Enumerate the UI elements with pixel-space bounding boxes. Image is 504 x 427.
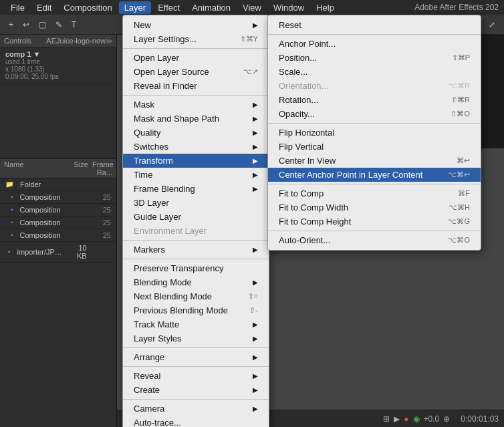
- table-row[interactable]: ▪ importer/JPEG 10 KB: [0, 242, 116, 263]
- menu-guide-layer-label: Guide Layer: [134, 212, 258, 222]
- menu-prev-blending-mode[interactable]: Previous Blending Mode ⇧-: [123, 303, 269, 317]
- comp-icon-4: ▪: [11, 231, 13, 239]
- table-row[interactable]: ▪ Composition 25: [0, 229, 116, 242]
- menu-open-layer-source[interactable]: Open Layer Source ⌥↗: [123, 65, 269, 79]
- preview-icon[interactable]: ▶: [394, 414, 400, 424]
- submenu-auto-orient[interactable]: Auto-Orient... ⌥⌘O: [268, 233, 481, 247]
- menu-mask-shape[interactable]: Mask and Shape Path ▶: [123, 112, 269, 126]
- menu-markers-label: Markers: [134, 245, 253, 255]
- go-icon[interactable]: ◉: [413, 414, 420, 424]
- toolbar-btn-text[interactable]: T: [68, 19, 80, 31]
- comp-icon-3: ▪: [11, 219, 13, 226]
- menu-transform-arrow: ▶: [253, 157, 258, 164]
- menu-mask[interactable]: Mask ▶: [123, 98, 269, 112]
- menu-prev-blending-mode-label: Previous Blending Mode: [134, 305, 236, 315]
- menu-transform[interactable]: Transform ▶: [123, 154, 269, 168]
- menu-create[interactable]: Create ▶: [123, 383, 269, 397]
- submenu-flip-v[interactable]: Flip Vertical: [268, 140, 481, 154]
- submenu-center-anchor[interactable]: Center Anchor Point in Layer Content ⌥⌘↩: [268, 168, 481, 182]
- menu-reveal-finder[interactable]: Reveal in Finder: [123, 79, 269, 93]
- submenu-opacity[interactable]: Opacity... ⇧⌘O: [268, 107, 481, 121]
- menu-frame-blending[interactable]: Frame Blending ▶: [123, 182, 269, 196]
- submenu-anchor-point[interactable]: Anchor Point...: [268, 37, 481, 51]
- sep-7: [123, 399, 269, 400]
- menu-help[interactable]: Help: [311, 1, 340, 14]
- menu-animation[interactable]: Animation: [186, 1, 236, 14]
- record-icon[interactable]: ●: [404, 414, 408, 424]
- file-icon: ▪: [8, 248, 11, 255]
- submenu-position[interactable]: Position... ⇧⌘P: [268, 51, 481, 65]
- menu-quality[interactable]: Quality ▶: [123, 126, 269, 140]
- menu-effect[interactable]: Effect: [152, 1, 185, 14]
- menu-preserve-transparency[interactable]: Preserve Transparency: [123, 261, 269, 275]
- comp-icon-1: ▪: [11, 193, 13, 200]
- submenu-fit-comp[interactable]: Fit to Comp ⌘F: [268, 186, 481, 200]
- controls-panel-title: Controls: [4, 37, 46, 45]
- submenu-reset[interactable]: Reset: [268, 18, 481, 32]
- layer-menu: New ▶ Layer Settings... ⇧⌘Y Open Layer O…: [122, 15, 269, 427]
- submenu-opacity-label: Opacity...: [279, 109, 437, 119]
- submenu-scale[interactable]: Scale...: [268, 65, 481, 79]
- menu-arrange[interactable]: Arrange ▶: [123, 350, 269, 364]
- menu-track-matte[interactable]: Track Matte ▶: [123, 317, 269, 331]
- menu-next-blending-mode-label: Next Blending Mode: [134, 291, 235, 301]
- menu-open-layer-source-shortcut: ⌥↗: [243, 67, 258, 76]
- menu-3d-layer[interactable]: 3D Layer: [123, 196, 269, 210]
- menu-new[interactable]: New ▶: [123, 18, 269, 32]
- submenu-fit-comp-height[interactable]: Fit to Comp Height ⌥⌘G: [268, 215, 481, 229]
- menu-next-blending-mode[interactable]: Next Blending Mode ⇧=: [123, 289, 269, 303]
- menu-prev-blending-mode-shortcut: ⇧-: [249, 306, 258, 315]
- menu-quality-arrow: ▶: [253, 129, 258, 136]
- menu-reveal[interactable]: Reveal ▶: [123, 369, 269, 383]
- toolbar-btn-pen[interactable]: ✎: [52, 19, 66, 31]
- submenu-center-in-view-label: Center In View: [279, 156, 443, 166]
- menu-environment-layer: Environment Layer: [123, 224, 269, 238]
- col-name-header: Name: [4, 160, 23, 176]
- menu-guide-layer[interactable]: Guide Layer: [123, 210, 269, 224]
- folder-icon: 📁: [5, 180, 13, 188]
- expand-icon[interactable]: ≫: [106, 37, 112, 45]
- table-row[interactable]: ▪ Composition 25: [0, 191, 116, 204]
- menu-switches[interactable]: Switches ▶: [123, 140, 269, 154]
- toolbar-resize-icon[interactable]: ⤢: [485, 19, 499, 31]
- submenu-center-in-view[interactable]: Center In View ⌘↩: [268, 154, 481, 168]
- submenu-auto-orient-shortcut: ⌥⌘O: [448, 236, 470, 245]
- menu-camera[interactable]: Camera ▶: [123, 402, 269, 416]
- table-row[interactable]: ▪ Composition 25: [0, 204, 116, 217]
- row-comp4-fr: 25: [94, 231, 111, 239]
- menu-layer[interactable]: Layer: [119, 1, 152, 14]
- menu-arrange-label: Arrange: [134, 352, 253, 362]
- menu-edit[interactable]: Edit: [31, 1, 57, 14]
- toolbar-btn-select[interactable]: ▢: [35, 19, 49, 31]
- menu-view[interactable]: View: [237, 1, 267, 14]
- table-row[interactable]: ▪ Composition 25: [0, 217, 116, 229]
- menu-create-label: Create: [134, 385, 253, 395]
- comp-icon-bottom[interactable]: ⊞: [383, 414, 390, 424]
- toolbar-btn-undo[interactable]: ↩: [19, 19, 33, 31]
- table-row[interactable]: 📁 Folder: [0, 178, 116, 191]
- submenu-flip-h[interactable]: Flip Horizontal: [268, 126, 481, 140]
- camera-icon[interactable]: ⊕: [443, 414, 450, 424]
- menu-composition[interactable]: Composition: [58, 1, 117, 14]
- menu-markers[interactable]: Markers ▶: [123, 243, 269, 257]
- menu-switches-label: Switches: [134, 142, 253, 152]
- menu-file[interactable]: File: [5, 1, 30, 14]
- row-comp2-name: Composition: [20, 206, 64, 214]
- submenu-fit-comp-width[interactable]: Fit to Comp Width ⌥⌘H: [268, 200, 481, 215]
- menu-layer-styles[interactable]: Layer Styles ▶: [123, 331, 269, 345]
- menu-auto-trace[interactable]: Auto-trace...: [123, 416, 269, 427]
- menu-mask-shape-label: Mask and Shape Path: [134, 114, 253, 124]
- comp-duration: 0:09:00, 25.00 fps: [5, 73, 111, 80]
- left-panel: Controls AEJuice-logo-new ≫ comp 1 ▼ use…: [0, 35, 117, 427]
- submenu-rotation[interactable]: Rotation... ⇧⌘R: [268, 93, 481, 107]
- menu-window[interactable]: Window: [268, 1, 309, 14]
- menu-camera-arrow: ▶: [253, 405, 258, 412]
- menu-open-layer[interactable]: Open Layer: [123, 51, 269, 65]
- row-comp1-fr: 25: [94, 193, 111, 201]
- submenu-orientation-shortcut: ⌥⌘R: [449, 82, 470, 90]
- menu-time[interactable]: Time ▶: [123, 168, 269, 182]
- menu-layer-settings[interactable]: Layer Settings... ⇧⌘Y: [123, 32, 269, 46]
- controls-panel-header: Controls AEJuice-logo-new ≫: [0, 35, 116, 47]
- menu-blending-mode[interactable]: Blending Mode ▶: [123, 275, 269, 289]
- toolbar-btn-new[interactable]: +: [5, 19, 17, 31]
